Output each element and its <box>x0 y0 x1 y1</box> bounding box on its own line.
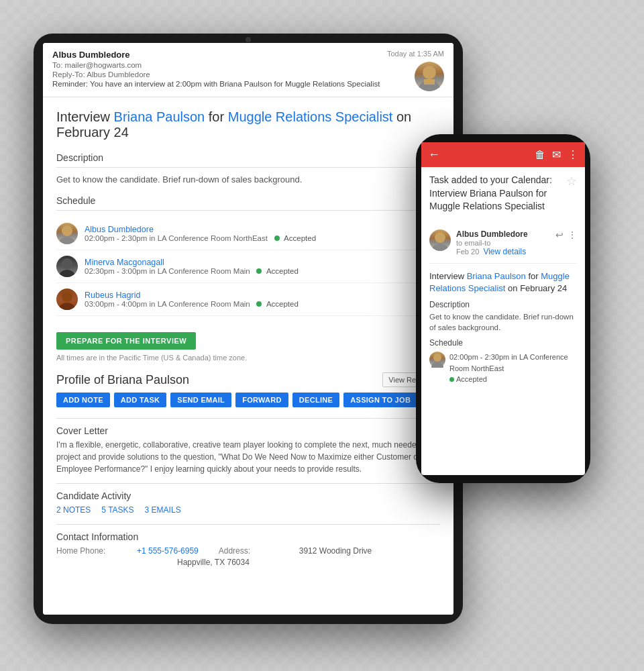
svg-point-11 <box>433 354 441 362</box>
phone-email-title: Task added to your Calendar: Interview B… <box>429 174 566 213</box>
schedule-time-1: 02:00pm - 2:30pm in LA Conference Room N… <box>85 234 316 242</box>
phone-schedule-avatar <box>429 352 445 368</box>
phone-schedule-info: 02:00pm - 2:30pm in LA Conference Room N… <box>449 352 577 385</box>
phone-top-bar: ← 🗑 ✉ ⋮ <box>421 142 585 167</box>
profile-name-link[interactable]: Briana Paulson <box>107 373 189 386</box>
reply-icon[interactable]: ↩ <box>555 229 564 240</box>
accepted-dot-2 <box>256 268 262 274</box>
schedule-time-3: 03:00pm - 4:00pm in LA Conference Room M… <box>85 300 299 308</box>
schedule-item-2: Minerva Macgonagall 02:30pm - 3:00pm in … <box>56 250 440 283</box>
contact-title: Contact Information <box>56 531 440 542</box>
phone-sender-info: Albus Dumbledore to email-to Feb 20 View… <box>456 229 550 256</box>
more-icon[interactable]: ⋮ <box>568 148 578 161</box>
phone-sender-actions: ↩ ⋮ <box>555 229 577 240</box>
divider-1 <box>56 167 440 168</box>
interview-title: Interview Briana Paulson for Muggle Rela… <box>56 109 440 140</box>
email-to: To: mailer@hogwarts.com <box>52 61 380 69</box>
schedule-info-2: Minerva Macgonagall 02:30pm - 3:00pm in … <box>85 258 299 275</box>
candidate-activity-title: Candidate Activity <box>56 491 440 501</box>
phone-accepted-status: Accepted <box>449 374 577 385</box>
emails-link[interactable]: 3 EMAILS <box>145 505 181 515</box>
sender-avatar <box>415 62 444 91</box>
tasks-link[interactable]: 5 TASKS <box>101 505 133 515</box>
svg-point-12 <box>431 362 443 368</box>
schedule-person-2[interactable]: Minerva Macgonagall <box>85 258 299 267</box>
cover-letter-title: Cover Letter <box>56 425 440 436</box>
schedule-avatar-3 <box>56 289 78 310</box>
schedule-item-3: Rubeus Hagrid 03:00pm - 4:00pm in LA Con… <box>56 283 440 316</box>
accepted-label-3: Accepted <box>266 300 299 308</box>
schedule-info-3: Rubeus Hagrid 03:00pm - 4:00pm in LA Con… <box>85 291 299 308</box>
description-title: Description <box>56 152 440 163</box>
notes-link[interactable]: 2 NOTES <box>56 505 91 515</box>
delete-icon[interactable]: 🗑 <box>535 149 545 161</box>
back-button[interactable]: ← <box>428 148 440 162</box>
home-phone-value[interactable]: +1 555-576-6959 <box>137 546 199 556</box>
email-sender-name: Albus Dumbledore <box>52 50 380 60</box>
divider-2 <box>56 210 440 211</box>
accepted-dot-3 <box>256 301 262 307</box>
schedule-time-2: 02:30pm - 3:00pm in LA Conference Room M… <box>85 267 299 275</box>
profile-title: Profile of Briana Paulson <box>56 373 189 387</box>
send-email-button[interactable]: SEND EMAIL <box>170 393 231 407</box>
add-note-button[interactable]: ADD NOTE <box>56 393 110 407</box>
phone-top-actions: 🗑 ✉ ⋮ <box>535 148 578 161</box>
view-details-link[interactable]: View details <box>483 247 526 256</box>
email-header: Albus Dumbledore To: mailer@hogwarts.com… <box>43 43 453 97</box>
phone-screen: ← 🗑 ✉ ⋮ Task added to your Calendar: Int… <box>421 142 585 475</box>
contact-row-phone: Home Phone: +1 555-576-6959 Address: 391… <box>56 546 440 556</box>
cover-letter-text: I'm a flexible, energetic, collaborative… <box>56 439 440 475</box>
svg-point-4 <box>59 237 75 244</box>
phone-sender-avatar <box>429 229 451 251</box>
forward-button[interactable]: FORWARD <box>235 393 288 407</box>
phone-person-link[interactable]: Briana Paulson <box>467 271 526 281</box>
contact-row-address2: Happville, TX 76034 <box>56 558 440 567</box>
svg-point-3 <box>62 225 72 236</box>
profile-section: Profile of Briana Paulson View Resume AD… <box>56 372 440 567</box>
email-reply-to: Reply-To: Albus Dumbledore <box>52 70 380 79</box>
activity-links: 2 NOTES 5 TASKS 3 EMAILS <box>56 505 440 515</box>
phone-sender-row: Albus Dumbledore to email-to Feb 20 View… <box>429 229 577 264</box>
phone-body: Task added to your Calendar: Interview B… <box>421 167 585 475</box>
phone-accepted-dot <box>449 377 454 382</box>
phone-schedule-title: Schedule <box>429 338 577 348</box>
phone-interview-title: Interview Briana Paulson for Muggle Rela… <box>429 270 577 295</box>
svg-point-5 <box>62 258 72 269</box>
phone-more-options-icon[interactable]: ⋮ <box>568 229 577 240</box>
email-body: Interview Briana Paulson for Muggle Rela… <box>43 97 453 615</box>
schedule-person-3[interactable]: Rubeus Hagrid <box>85 291 299 300</box>
timezone-note: All times are in the Pacific Time (US & … <box>56 354 440 362</box>
svg-point-6 <box>59 270 75 277</box>
decline-button[interactable]: DECLINE <box>292 393 339 407</box>
phone-description-text: Get to know the candidate. Brief run-dow… <box>429 311 577 333</box>
home-phone-label: Home Phone: <box>56 546 117 556</box>
schedule-person-1[interactable]: Albus Dumbledore <box>85 225 316 234</box>
svg-point-0 <box>423 66 436 79</box>
address-label: Address: <box>219 546 279 556</box>
prepare-button[interactable]: PREPARE FOR THE INTERVIEW <box>56 332 196 350</box>
job-title-link[interactable]: Muggle Relations Specialist <box>228 109 393 124</box>
add-task-button[interactable]: ADD TASK <box>114 393 166 407</box>
address-city: Happville, TX 76034 <box>177 558 250 567</box>
schedule-info-1: Albus Dumbledore 02:00pm - 2:30pm in LA … <box>85 225 316 242</box>
tablet-screen: Albus Dumbledore To: mailer@hogwarts.com… <box>43 43 453 615</box>
svg-rect-2 <box>424 79 435 85</box>
action-buttons: ADD NOTE ADD TASK SEND EMAIL FORWARD DEC… <box>56 393 440 407</box>
accepted-dot-1 <box>274 236 280 241</box>
divider-4 <box>56 483 440 484</box>
svg-point-9 <box>435 232 445 243</box>
description-text: Get to know the candidate. Brief run-dow… <box>56 174 440 185</box>
schedule-avatar-2 <box>56 256 78 277</box>
profile-header: Profile of Briana Paulson View Resume <box>56 372 440 387</box>
svg-point-8 <box>59 303 75 310</box>
divider-5 <box>56 524 440 525</box>
accepted-label-2: Accepted <box>266 267 299 275</box>
schedule-title: Schedule <box>56 195 440 206</box>
assign-to-job-button[interactable]: ASSIGN TO JOB <box>343 393 417 407</box>
divider-3 <box>56 418 440 419</box>
star-icon[interactable]: ☆ <box>566 174 577 189</box>
email-icon[interactable]: ✉ <box>552 148 561 161</box>
schedule-item: Albus Dumbledore 02:00pm - 2:30pm in LA … <box>56 217 440 250</box>
phone-schedule-item: 02:00pm - 2:30pm in LA Conference Room N… <box>429 352 577 385</box>
person-name-link[interactable]: Briana Paulson <box>114 109 205 124</box>
